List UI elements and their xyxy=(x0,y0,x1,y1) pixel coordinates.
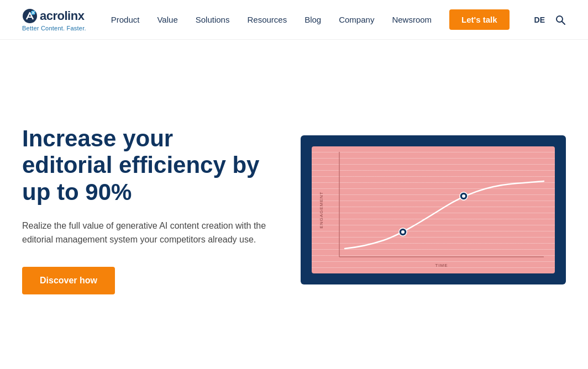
hero-section: Increase your editorial efficiency by up… xyxy=(0,40,588,369)
hero-heading: Increase your editorial efficiency by up… xyxy=(22,125,267,205)
x-axis-label: TIME xyxy=(435,263,448,268)
svg-point-7 xyxy=(462,194,465,198)
svg-point-0 xyxy=(23,9,37,23)
hero-subtext: Realize the full value of generative AI … xyxy=(22,219,267,247)
header-right: DE xyxy=(534,14,566,25)
search-icon xyxy=(555,14,566,25)
logo-area: acrolinx Better Content. Faster. xyxy=(22,8,86,31)
main-nav: Product Value Solutions Resources Blog C… xyxy=(111,9,510,30)
header: acrolinx Better Content. Faster. Product… xyxy=(0,0,588,40)
logo-tagline: Better Content. Faster. xyxy=(22,25,86,31)
hero-left: Increase your editorial efficiency by up… xyxy=(22,125,267,294)
logo-icon xyxy=(22,8,38,24)
lets-talk-button[interactable]: Let's talk xyxy=(449,9,509,30)
hero-chart-panel: ENGAGEMENT TIME xyxy=(301,135,566,284)
language-switcher[interactable]: DE xyxy=(534,15,545,24)
nav-product[interactable]: Product xyxy=(111,15,140,24)
engagement-chart: ENGAGEMENT TIME xyxy=(312,146,555,273)
search-button[interactable] xyxy=(555,14,566,25)
nav-blog[interactable]: Blog xyxy=(305,15,321,24)
nav-newsroom[interactable]: Newsroom xyxy=(392,15,432,24)
svg-line-3 xyxy=(562,21,565,24)
nav-value[interactable]: Value xyxy=(157,15,177,24)
logo-wordmark: acrolinx xyxy=(40,9,84,23)
y-axis-label: ENGAGEMENT xyxy=(319,192,324,229)
logo[interactable]: acrolinx xyxy=(22,8,86,24)
nav-resources[interactable]: Resources xyxy=(247,15,287,24)
nav-company[interactable]: Company xyxy=(339,15,374,24)
discover-how-button[interactable]: Discover how xyxy=(22,267,115,294)
svg-point-6 xyxy=(401,230,405,234)
nav-solutions[interactable]: Solutions xyxy=(196,15,230,24)
chart-box: ENGAGEMENT TIME xyxy=(312,146,555,273)
